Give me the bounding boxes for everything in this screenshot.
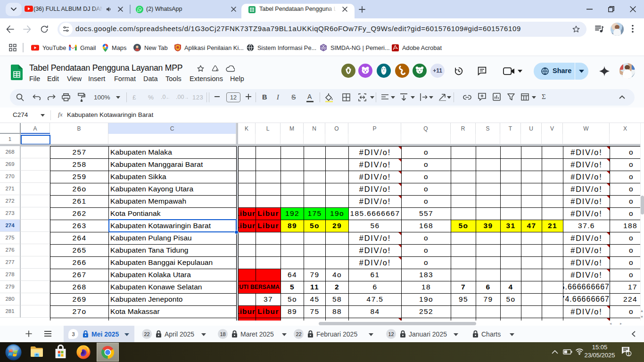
svg-text:1: 1 [627,351,630,356]
